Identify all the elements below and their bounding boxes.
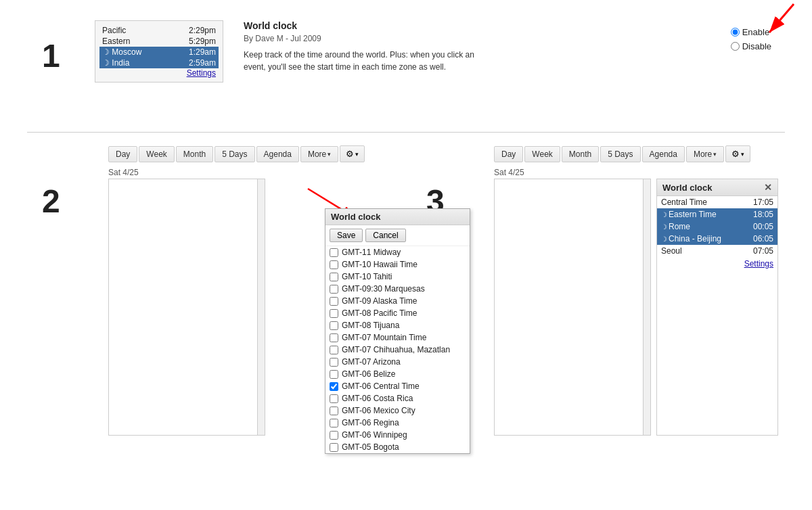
more-dropdown-arrow-3: ▾	[713, 151, 717, 158]
timezone-item: GMT-11 Midway	[325, 246, 470, 258]
week-button-2[interactable]: Week	[139, 146, 174, 162]
timezone-checkbox[interactable]	[330, 260, 338, 269]
panel-title: World clock ✕	[657, 179, 777, 196]
world-clock-widget: Pacific2:29pmEastern5:29pm☽ Moscow1:29am…	[95, 20, 223, 83]
week-button-3[interactable]: Week	[524, 146, 560, 162]
timezone-checkbox[interactable]	[330, 285, 338, 294]
timezone-checkbox[interactable]	[330, 321, 338, 330]
timezone-item: GMT-06 Belize	[325, 368, 470, 380]
save-button[interactable]: Save	[330, 229, 363, 242]
timezone-item: GMT-06 Winnipeg	[325, 429, 470, 441]
more-button-3[interactable]: More ▾	[686, 146, 724, 162]
timezone-item: GMT-06 Central Time	[325, 380, 470, 392]
section-1: Pacific2:29pmEastern5:29pm☽ Moscow1:29am…	[41, 20, 785, 83]
agenda-button-3[interactable]: Agenda	[642, 146, 685, 162]
timezone-item: GMT-06 Mexico City	[325, 404, 470, 417]
disable-radio[interactable]	[731, 42, 740, 51]
timezone-checkbox[interactable]	[330, 407, 338, 415]
section3-cal-area: World clock ✕ Central Time17:05☽Eastern …	[494, 179, 805, 436]
timezone-checkbox[interactable]	[330, 248, 338, 257]
timezone-item: GMT-06 Regina	[325, 417, 470, 429]
widget-settings-link[interactable]: Settings	[99, 68, 219, 78]
calendar-toolbar-2: Day Week Month 5 Days Agenda More ▾ ⚙ ▾	[108, 145, 420, 162]
timezone-checkbox[interactable]	[330, 358, 338, 367]
timezone-checkbox[interactable]	[330, 443, 338, 452]
timezone-checkbox[interactable]	[330, 309, 338, 318]
more-button-2[interactable]: More ▾	[300, 146, 338, 162]
panel-row: ☽China - Beijing06:05	[657, 233, 777, 245]
timezone-item: GMT-09 Alaska Time	[325, 295, 470, 307]
addon-author: By Dave M - Jul 2009	[244, 34, 731, 43]
section-3: Day Week Month 5 Days Agenda More ▾ ⚙ ▾ …	[426, 145, 805, 436]
timezone-checkbox[interactable]	[330, 431, 338, 440]
timezone-item: GMT-07 Mountain Time	[325, 331, 470, 344]
panel-row: Seoul07:05	[657, 245, 777, 257]
timezone-checkbox[interactable]	[330, 419, 338, 427]
fivedays-button-2[interactable]: 5 Days	[215, 146, 254, 162]
timezone-checkbox[interactable]	[330, 394, 338, 403]
timezone-item: GMT-07 Arizona	[325, 356, 470, 368]
world-clock-panel: World clock ✕ Central Time17:05☽Eastern …	[656, 179, 778, 436]
calendar-toolbar-3: Day Week Month 5 Days Agenda More ▾ ⚙ ▾	[494, 145, 805, 162]
addon-title: World clock	[244, 20, 731, 31]
date-header-2: Sat 4/25	[108, 168, 420, 177]
gear-dropdown-arrow-3: ▾	[741, 151, 744, 158]
fivedays-button-3[interactable]: 5 Days	[600, 146, 640, 162]
timezone-item: GMT-05 Bogota	[325, 441, 470, 453]
arrow-indicator	[717, 0, 805, 41]
addon-info: World clock By Dave M - Jul 2009 Keep tr…	[244, 20, 731, 73]
timezone-item: GMT-10 Tahiti	[325, 271, 470, 283]
addon-enable-options: Enable Disable	[731, 20, 785, 51]
scrollbar-2[interactable]	[257, 179, 265, 436]
panel-row: Central Time17:05	[657, 196, 777, 208]
timezone-item: GMT-07 Chihuahua, Mazatlan	[325, 344, 470, 356]
panel-rows: Central Time17:05☽Eastern Time18:05☽Rome…	[657, 196, 777, 257]
gear-button-2[interactable]: ⚙ ▾	[340, 145, 365, 162]
cancel-button[interactable]: Cancel	[365, 229, 405, 242]
day-button-3[interactable]: Day	[494, 146, 523, 162]
panel-row: ☽Eastern Time18:05	[657, 208, 777, 221]
more-dropdown-arrow-2: ▾	[328, 151, 331, 158]
panel-row: ☽Rome00:05	[657, 221, 777, 233]
calendar-grid-2	[108, 179, 257, 436]
timezone-checkbox[interactable]	[330, 382, 338, 391]
timezone-checkbox[interactable]	[330, 333, 338, 342]
timezone-item: GMT-10 Hawaii Time	[325, 258, 470, 271]
month-button-3[interactable]: Month	[562, 146, 599, 162]
gear-dropdown-arrow-2: ▾	[355, 151, 359, 158]
day-button-2[interactable]: Day	[108, 146, 137, 162]
timezone-checkbox[interactable]	[330, 370, 338, 379]
section-2: Day Week Month 5 Days Agenda More ▾ ⚙ ▾ …	[41, 145, 420, 436]
world-clock-popup: World clock Save Cancel GMT-11 MidwayGMT…	[325, 208, 470, 454]
month-button-2[interactable]: Month	[176, 146, 213, 162]
timezone-item: GMT-09:30 Marquesas	[325, 283, 470, 295]
disable-option[interactable]: Disable	[731, 41, 771, 51]
popup-title: World clock	[325, 209, 470, 225]
timezone-checkbox[interactable]	[330, 297, 338, 306]
popup-actions: Save Cancel	[325, 225, 470, 246]
section-divider	[27, 132, 785, 133]
gear-button-3[interactable]: ⚙ ▾	[725, 145, 750, 162]
date-header-3: Sat 4/25	[494, 168, 805, 177]
agenda-button-2[interactable]: Agenda	[256, 146, 299, 162]
scrollbar-3[interactable]	[643, 179, 651, 436]
panel-settings-link[interactable]: Settings	[657, 257, 777, 271]
svg-line-1	[769, 4, 794, 32]
timezone-checkbox[interactable]	[330, 273, 338, 281]
addon-description: Keep track of the time around the world.…	[244, 49, 487, 73]
timezone-item: GMT-06 Costa Rica	[325, 392, 470, 404]
timezone-checkbox[interactable]	[330, 346, 338, 354]
timezone-item: GMT-08 Pacific Time	[325, 307, 470, 319]
calendar-grid-3	[494, 179, 643, 436]
timezone-item: GMT-08 Tijuana	[325, 319, 470, 331]
panel-close-button[interactable]: ✕	[764, 182, 772, 193]
timezone-list: GMT-11 MidwayGMT-10 Hawaii TimeGMT-10 Ta…	[325, 246, 470, 453]
